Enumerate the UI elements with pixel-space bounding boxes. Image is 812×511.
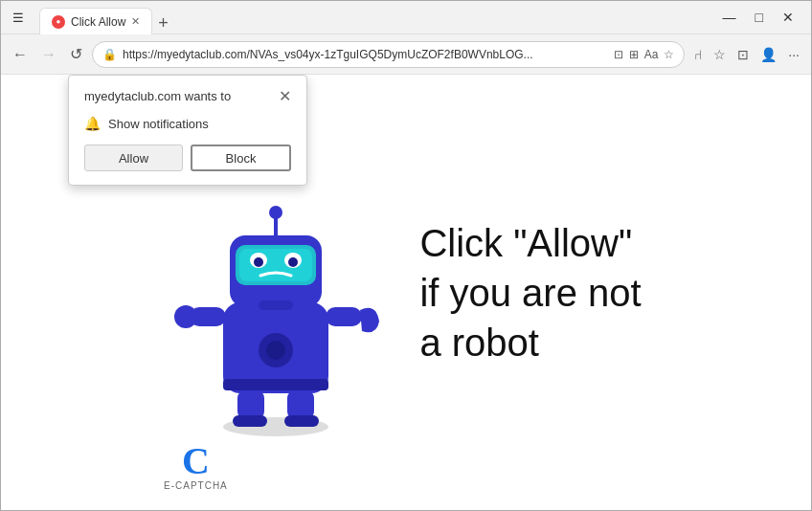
nav-actions: ⑁ ☆ ⊡ 👤 ··· [690, 43, 803, 66]
svg-rect-12 [239, 249, 312, 281]
forward-button[interactable]: → [37, 42, 60, 67]
tab-close-button[interactable]: ✕ [131, 15, 140, 28]
svg-point-15 [254, 257, 263, 267]
notification-popup: myedytaclub.com wants to ✕ 🔔 Show notifi… [68, 75, 307, 186]
cast-icon: ⊡ [614, 48, 623, 61]
maximize-button[interactable]: □ [746, 6, 773, 29]
popup-header: myedytaclub.com wants to ✕ [84, 89, 291, 104]
cta-line3: a robot [419, 318, 641, 367]
bell-icon: 🔔 [84, 116, 101, 131]
cta-line1: Click "Allow" [419, 218, 641, 268]
captcha-label: E-CAPTCHA [164, 480, 228, 491]
grid-icon: ⊞ [629, 48, 639, 61]
svg-rect-6 [287, 390, 314, 419]
url-text: https://myedytaclub.com/NVAs_vs04yx-1zTg… [123, 48, 608, 61]
block-button[interactable]: Block [191, 144, 291, 171]
nav-bar: ← → ↺ 🔒 https://myedytaclub.com/NVAs_vs0… [1, 34, 811, 75]
sidebar-toggle-icon[interactable]: ☰ [9, 9, 28, 27]
popup-buttons: Allow Block [84, 144, 291, 171]
more-icon[interactable]: ··· [784, 43, 803, 66]
popup-notification-row: 🔔 Show notifications [84, 116, 291, 131]
window-buttons: — □ ✕ [713, 6, 803, 29]
window-controls: ☰ [9, 9, 28, 27]
minimize-button[interactable]: — [713, 6, 746, 29]
captcha-logo-letter: C [182, 442, 210, 480]
svg-rect-21 [326, 307, 362, 326]
title-bar: ☰ ● Click Allow ✕ + — □ ✕ [1, 1, 811, 34]
tab-title: Click Allow [71, 15, 125, 29]
svg-rect-7 [233, 415, 267, 427]
close-button[interactable]: ✕ [773, 6, 803, 29]
back-button[interactable]: ← [9, 42, 32, 67]
svg-point-20 [174, 305, 197, 328]
browser-window: ☰ ● Click Allow ✕ + — □ ✕ ← → ↺ 🔒 https:… [0, 0, 812, 511]
cta-text-block: Click "Allow" if you are not a robot [419, 218, 641, 367]
extensions-icon[interactable]: ⑁ [690, 43, 706, 66]
reader-icon: Aa [644, 48, 659, 61]
tab-favicon: ● [52, 15, 65, 29]
svg-rect-8 [284, 415, 319, 427]
svg-point-3 [266, 341, 285, 360]
popup-title: myedytaclub.com wants to [84, 89, 231, 103]
star-icon[interactable]: ☆ [664, 48, 674, 61]
svg-point-18 [269, 206, 282, 219]
captcha-brand: C E-CAPTCHA [164, 442, 228, 491]
popup-close-button[interactable]: ✕ [279, 89, 291, 104]
refresh-button[interactable]: ↺ [66, 41, 86, 67]
lock-icon: 🔒 [102, 48, 117, 61]
svg-rect-5 [237, 390, 264, 419]
page-content: myedytaclub.com wants to ✕ 🔔 Show notifi… [1, 75, 811, 510]
new-tab-button[interactable]: + [152, 13, 174, 33]
allow-button[interactable]: Allow [84, 144, 183, 171]
cta-text: Click "Allow" if you are not a robot [419, 218, 641, 367]
profile-icon[interactable]: 👤 [756, 43, 780, 66]
tab-bar: ● Click Allow ✕ + [39, 1, 708, 33]
collections-icon[interactable]: ⊡ [733, 43, 753, 66]
active-tab[interactable]: ● Click Allow ✕ [39, 8, 152, 34]
robot-illustration [170, 149, 381, 436]
address-bar[interactable]: 🔒 https://myedytaclub.com/NVAs_vs04yx-1z… [92, 41, 685, 68]
svg-rect-10 [259, 300, 293, 310]
cta-line2: if you are not [419, 268, 641, 318]
svg-rect-4 [223, 379, 328, 390]
svg-point-16 [288, 257, 298, 267]
popup-notification-text: Show notifications [108, 117, 209, 131]
favorites-icon[interactable]: ☆ [710, 43, 730, 66]
